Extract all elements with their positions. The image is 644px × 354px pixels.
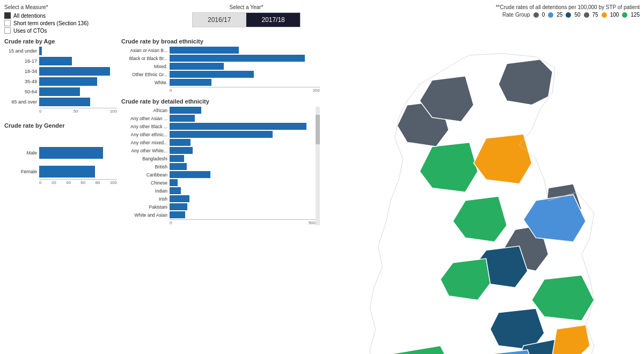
gender-axis-40: 40: [66, 180, 71, 185]
middle-panel: Crude rate by broad ethnicity Asian or A…: [121, 38, 320, 354]
bar-label: Other Ethnic Gr...: [121, 72, 170, 77]
year-buttons: 2016/17 2017/18: [192, 12, 301, 27]
bar-track: [170, 115, 320, 122]
table-row: Female: [4, 166, 117, 178]
bar-fill: [170, 55, 305, 62]
map-legend-title: **Crude rates of all detentions per 100,…: [496, 4, 640, 10]
measure-label: Short term orders (Section 136): [13, 20, 89, 26]
gender-chart: Crude rate by Gender Male Female: [4, 122, 117, 185]
bar-fill: [170, 147, 193, 154]
bar-track: [170, 123, 320, 130]
bar-track: [39, 166, 117, 178]
bar-label: Male: [4, 150, 39, 156]
year-2017-button[interactable]: 2017/18: [246, 12, 300, 27]
year-2016-button[interactable]: 2016/17: [192, 12, 246, 27]
table-row: 16-17: [4, 57, 117, 65]
legend-value-75: 75: [592, 12, 598, 18]
bar-fill: [170, 79, 211, 86]
bar-label: African: [121, 108, 170, 113]
detailed-ethnicity-chart: Crude rate by detailed ethnicity African: [121, 98, 320, 225]
bar-label: Any other White...: [121, 148, 170, 153]
bar-fill: [39, 166, 95, 178]
table-row: 35-49: [4, 77, 117, 86]
table-row: Any other Asian ...: [121, 115, 320, 122]
legend-value-125: 125: [631, 12, 640, 18]
bar-track: [39, 67, 117, 76]
table-row: Any other ethnic...: [121, 131, 320, 138]
legend-value-100: 100: [610, 12, 619, 18]
bar-label: Any other Asian ...: [121, 116, 170, 121]
table-row: 65 and over: [4, 98, 117, 106]
bar-fill: [39, 57, 72, 65]
detail-axis-0: 0: [170, 220, 172, 225]
year-title: Select a Year*: [229, 4, 263, 10]
table-row: 50-64: [4, 87, 117, 96]
bar-track: [170, 79, 320, 86]
table-row: White and Asian: [121, 211, 320, 218]
table-row: Black or Black Br...: [121, 55, 320, 62]
bar-track: [39, 87, 117, 96]
bar-label: 18-34: [4, 69, 39, 74]
bar-track: [170, 139, 320, 146]
table-row: 18-34: [4, 67, 117, 76]
checkbox-empty-icon: [4, 20, 11, 26]
legend-items: Rate Group 0 25 50 75 100 125: [502, 12, 640, 18]
legend-dot-25: [548, 12, 553, 18]
measure-label: All detentions: [13, 13, 46, 19]
detailed-ethnicity-scroll: African Any other Asian ...: [121, 107, 320, 225]
gender-axis-60: 60: [80, 180, 85, 185]
legend-value-25: 25: [557, 12, 562, 18]
bar-fill: [39, 98, 90, 106]
bar-label: White and Asian: [121, 212, 170, 218]
left-panel: Crude rate by Age 15 and under 16-17: [4, 38, 117, 354]
bar-label: 16-17: [4, 58, 39, 64]
table-row: Irish: [121, 195, 320, 202]
legend-value-0: 0: [542, 12, 545, 18]
measure-cto[interactable]: Uses of CTOs: [4, 27, 122, 34]
legend-dot-125: [622, 12, 627, 18]
detail-axis-500: 500: [309, 220, 316, 225]
legend-dot-75: [584, 12, 589, 18]
age-axis-100: 100: [110, 109, 117, 114]
broad-ethnicity-bar-chart: Asian or Asian B... Black or Black Br...: [121, 47, 320, 93]
legend-value-50: 50: [574, 12, 580, 18]
bar-fill: [170, 203, 187, 210]
gender-bar-chart: Male Female 0: [4, 131, 117, 185]
bar-fill: [170, 47, 239, 54]
bar-label: 15 and under: [4, 48, 39, 54]
measure-short-term[interactable]: Short term orders (Section 136): [4, 20, 122, 26]
bar-label: Asian or Asian B...: [121, 48, 170, 53]
bar-label: 35-49: [4, 79, 39, 84]
gender-chart-title: Crude rate by Gender: [4, 122, 117, 129]
table-row: Mixed.: [121, 63, 320, 70]
bar-fill: [170, 139, 191, 146]
measure-all-detentions[interactable]: All detentions: [4, 12, 122, 19]
bar-label: 65 and over: [4, 99, 39, 105]
scrollbar-track[interactable]: [316, 107, 320, 225]
bar-track: [39, 98, 117, 106]
bar-track: [170, 203, 320, 210]
table-row: White.: [121, 79, 320, 86]
bar-track: [170, 147, 320, 154]
bar-fill: [39, 87, 80, 96]
scrollbar-thumb[interactable]: [316, 115, 320, 144]
bar-track: [39, 147, 117, 159]
bar-track: [170, 131, 320, 138]
bar-label: Bangladeshi: [121, 156, 170, 161]
bar-label: Irish: [121, 196, 170, 202]
bar-track: [39, 47, 117, 55]
bar-fill: [170, 123, 306, 130]
table-row: Any other Black ...: [121, 123, 320, 130]
bar-track: [170, 179, 320, 186]
age-chart-title: Crude rate by Age: [4, 38, 117, 45]
checkbox-filled-icon: [4, 12, 11, 19]
bar-fill: [170, 163, 187, 170]
bar-fill: [170, 115, 195, 122]
measure-label: Uses of CTOs: [13, 28, 47, 34]
bar-label: Caribbean: [121, 172, 170, 178]
bar-fill: [170, 155, 184, 162]
bar-label: 50-64: [4, 89, 39, 94]
bar-fill: [170, 195, 189, 202]
bar-label: Any other ethnic...: [121, 132, 170, 137]
bar-label: Black or Black Br...: [121, 56, 170, 61]
